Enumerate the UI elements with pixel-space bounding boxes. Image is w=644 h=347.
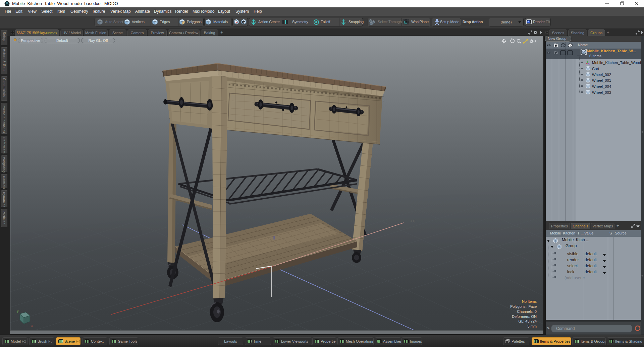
svg-text:+X: +X [410, 219, 415, 223]
svg-text:y: y [17, 309, 19, 313]
svg-text:x: x [31, 324, 33, 327]
